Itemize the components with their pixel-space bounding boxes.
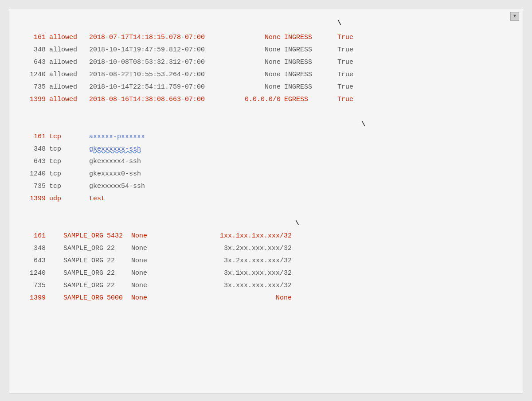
row-id: 161 xyxy=(23,131,49,143)
col-header-ip-protocol xyxy=(49,118,89,131)
table-row: 643 allowed 2018-10-08T08:53:32.312-07:0… xyxy=(23,56,509,69)
table-row: 735 allowed 2018-10-14T22:54:11.759-07:0… xyxy=(23,81,509,93)
row-port: 22 xyxy=(107,267,131,280)
row-protocol: tcp xyxy=(49,168,89,180)
row-id: 1399 xyxy=(23,292,49,304)
row-dest: None xyxy=(227,69,284,81)
table-row: 1240 tcp gkexxxxx0-ssh xyxy=(23,168,509,180)
row-id: 348 xyxy=(23,242,49,255)
col-header-name xyxy=(222,118,361,131)
col-header-backslash-1: \ xyxy=(337,17,509,30)
row-svc: None xyxy=(131,255,184,267)
section-1: \ 161 allowed 2018-07-17T14:18:15.078-07… xyxy=(23,17,509,106)
row-dest: None xyxy=(227,56,284,69)
col-header-id-1 xyxy=(23,17,49,30)
row-id: 1399 xyxy=(23,193,49,205)
row-direction: EGRESS xyxy=(284,93,337,106)
table-row: 1240 allowed 2018-08-22T10:55:53.264-07:… xyxy=(23,69,509,81)
row-name: axxxxx-pxxxxxx xyxy=(89,131,509,143)
row-name: test xyxy=(89,193,509,205)
row-port: 22 xyxy=(107,255,131,267)
table-row: 1399 allowed 2018-08-16T14:38:08.663-07:… xyxy=(23,93,509,106)
row-dest: None xyxy=(227,31,284,44)
row-port: 22 xyxy=(107,280,131,292)
row-spacer xyxy=(295,292,509,304)
table-row: 1399 SAMPLE_ORG 5000 None None xyxy=(23,292,509,304)
row-svc: None xyxy=(131,292,184,304)
row-flag: True xyxy=(337,69,509,81)
scroll-button[interactable]: ▼ xyxy=(510,12,519,21)
row-id: 348 xyxy=(23,44,49,56)
row-action: allowed xyxy=(49,31,89,44)
row-id: 161 xyxy=(23,230,49,242)
col-header-action xyxy=(49,17,89,30)
row-action: allowed xyxy=(49,81,89,93)
row-svc: None xyxy=(131,267,184,280)
row-protocol: tcp xyxy=(49,156,89,168)
row-protocol: tcp xyxy=(49,131,89,143)
col-header-id-3 xyxy=(23,218,49,230)
row-src: 3x.2xx.xxx.xxx/32 xyxy=(184,242,295,255)
row-flag: True xyxy=(337,31,509,44)
row-flag: True xyxy=(337,93,509,106)
row-timestamp: 2018-07-17T14:18:15.078-07:00 xyxy=(89,31,227,44)
row-src: 1xx.1xx.1xx.xxx/32 xyxy=(184,230,295,242)
col-header-backslash-2: \ xyxy=(361,118,509,131)
row-direction: INGRESS xyxy=(284,44,337,56)
row-spacer xyxy=(295,242,509,255)
col-header-ports xyxy=(107,218,131,230)
main-container: ▼ \ 161 allowed 2018-07-17T14:18:15. xyxy=(9,8,523,393)
row-timestamp: 2018-08-16T14:38:08.663-07:00 xyxy=(89,93,227,106)
row-flag: True xyxy=(337,81,509,93)
row-src: 3x.1xx.xxx.xxx/32 xyxy=(184,267,295,280)
row-id: 1240 xyxy=(23,267,49,280)
row-org: SAMPLE_ORG xyxy=(49,242,107,255)
row-spacer xyxy=(295,255,509,267)
table-row: 348 tcp gkexxxxxx-ssh xyxy=(23,143,509,156)
row-action: allowed xyxy=(49,93,89,106)
row-timestamp: 2018-08-22T10:55:53.264-07:00 xyxy=(89,69,227,81)
row-dest: None xyxy=(227,81,284,93)
row-org: SAMPLE_ORG xyxy=(49,292,107,304)
row-timestamp: 2018-10-14T19:47:59.812-07:00 xyxy=(89,44,227,56)
table-row: 735 tcp gkexxxxx54-ssh xyxy=(23,180,509,193)
row-spacer xyxy=(295,280,509,292)
table-row: 735 SAMPLE_ORG 22 None 3x.xxx.xxx.xxx/32 xyxy=(23,280,509,292)
row-direction: INGRESS xyxy=(284,81,337,93)
row-direction: INGRESS xyxy=(284,56,337,69)
row-name: gkexxxxx4-ssh xyxy=(89,156,509,168)
col-header-timestamp xyxy=(89,17,227,30)
table-2: \ 161 tcp axxxxx-pxxxxxx 348 tcp gkexxxx… xyxy=(23,118,509,205)
row-id: 1399 xyxy=(23,93,49,106)
row-dest: 0.0.0.0/0 xyxy=(227,93,284,106)
table-3: \ 161 SAMPLE_ORG 5432 None 1xx.1xx.1xx.x… xyxy=(23,218,509,304)
table-row: 1399 udp test xyxy=(23,193,509,205)
row-src: None xyxy=(184,292,295,304)
row-port: 5000 xyxy=(107,292,131,304)
row-id: 735 xyxy=(23,180,49,193)
row-name: gkexxxxxx-ssh xyxy=(89,143,509,156)
col-header-backslash-3: \ xyxy=(295,218,509,230)
table-row: 161 tcp axxxxx-pxxxxxx xyxy=(23,131,509,143)
row-svc: None xyxy=(131,230,184,242)
row-id: 161 xyxy=(23,31,49,44)
table-row: 1240 SAMPLE_ORG 22 None 3x.1xx.xxx.xxx/3… xyxy=(23,267,509,280)
table-row: 161 SAMPLE_ORG 5432 None 1xx.1xx.1xx.xxx… xyxy=(23,230,509,242)
row-org: SAMPLE_ORG xyxy=(49,267,107,280)
col-header-name-spacer xyxy=(89,118,222,131)
section-2: \ 161 tcp axxxxx-pxxxxxx 348 tcp gkexxxx… xyxy=(23,118,509,205)
row-org: SAMPLE_ORG xyxy=(49,230,107,242)
row-org: SAMPLE_ORG xyxy=(49,255,107,267)
row-timestamp: 2018-10-08T08:53:32.312-07:00 xyxy=(89,56,227,69)
col-header-id-2 xyxy=(23,118,49,131)
row-direction: INGRESS xyxy=(284,31,337,44)
row-direction: INGRESS xyxy=(284,69,337,81)
row-timestamp: 2018-10-14T22:54:11.759-07:00 xyxy=(89,81,227,93)
col-header-service-account xyxy=(131,218,184,230)
row-action: allowed xyxy=(49,44,89,56)
row-id: 643 xyxy=(23,56,49,69)
table-row: 348 SAMPLE_ORG 22 None 3x.2xx.xxx.xxx/32 xyxy=(23,242,509,255)
row-id: 643 xyxy=(23,156,49,168)
col-header-org-id xyxy=(49,218,107,230)
row-flag: True xyxy=(337,44,509,56)
